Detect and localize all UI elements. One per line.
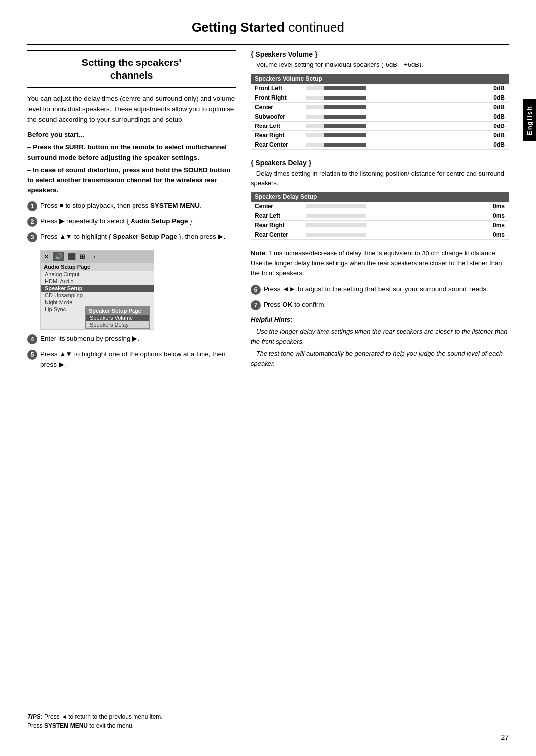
- corner-mark-br: [517, 737, 526, 746]
- menu-item-hdmi: HDMI Audio: [41, 278, 154, 285]
- tips-label: TIPS:: [27, 713, 43, 720]
- step-heading: Setting the speakers' channels: [27, 50, 236, 88]
- delay-row-rearright: Rear Right 0ms: [251, 220, 509, 230]
- step-3-number: 3: [27, 232, 37, 242]
- volume-label-subwoofer: Subwoofer: [251, 112, 300, 121]
- volume-row-rearcenter: Rear Center 0dB: [251, 140, 509, 149]
- menu-screenshot: ✕ 🔊 ⬛ ⊞ ▭ Audio Setup Page Analog Output…: [40, 250, 154, 330]
- step-4-text: Enter its submenu by pressing ▶.: [40, 334, 236, 344]
- step-6: 6 Press ◄► to adjust to the setting that…: [251, 284, 509, 295]
- page-number: 27: [501, 733, 509, 741]
- language-tab: English: [523, 99, 536, 141]
- speakers-volume-rows: Front Left 0dB Front Right 0dB Center: [251, 84, 509, 150]
- delay-val-rearcenter: 0ms: [372, 230, 509, 239]
- step-7-text: Press OK to confirm.: [264, 300, 509, 310]
- before-start-item-2: – In case of sound distortion, press and…: [27, 165, 236, 196]
- hint-item-1: – Use the longer delay time settings whe…: [251, 327, 509, 347]
- speakers-volume-section: Speakers Volume – Volume level setting f…: [251, 50, 509, 150]
- menu-icon-x: ✕: [44, 253, 49, 260]
- step-7-number: 7: [251, 300, 261, 310]
- note-text: Note: 1 ms increase/decrease of delay ti…: [251, 249, 509, 278]
- delay-row-center: Center 0ms: [251, 202, 509, 211]
- delay-bar-rearright: [300, 220, 372, 230]
- volume-bar-center: [300, 102, 372, 112]
- right-column: Speakers Volume – Volume level setting f…: [251, 50, 509, 375]
- volume-bar-rearcenter: [300, 140, 372, 149]
- delay-label-rearright: Rear Right: [251, 220, 300, 230]
- step-title: Setting the speakers' channels: [27, 56, 236, 82]
- volume-val-rearcenter: 0dB: [372, 140, 509, 149]
- content-area: Getting Started continued Setting the sp…: [27, 20, 509, 375]
- speakers-volume-title: Speakers Volume: [251, 50, 509, 58]
- delay-row-rearleft: Rear Left 0ms: [251, 211, 509, 220]
- step-1-text: Press ■ to stop playback, then press SYS…: [40, 201, 236, 211]
- volume-row-frontleft: Front Left 0dB: [251, 84, 509, 93]
- volume-val-frontleft: 0dB: [372, 84, 509, 93]
- page-header: Getting Started continued: [27, 20, 509, 35]
- tips-footer: TIPS: Press ◄ to return to the previous …: [27, 709, 509, 730]
- step-4-number: 4: [27, 334, 37, 344]
- menu-item-lip: Lip Sync Speaker Setup Page Speakers Vol…: [41, 306, 154, 329]
- delay-row-rearcenter: Rear Center 0ms: [251, 230, 509, 239]
- step-3: 3 Press ▲▼ to highlight { Speaker Setup …: [27, 232, 236, 242]
- step-7: 7 Press OK to confirm.: [251, 300, 509, 310]
- corner-mark-bl: [10, 737, 19, 746]
- submenu-item-volume: Speakers Volume: [86, 315, 149, 321]
- delay-val-rearleft: 0ms: [372, 211, 509, 220]
- volume-row-center: Center 0dB: [251, 102, 509, 112]
- volume-val-frontright: 0dB: [372, 93, 509, 102]
- speakers-delay-desc: – Delay times setting in relation to the…: [251, 169, 509, 188]
- volume-bar-frontleft: [300, 84, 372, 93]
- volume-label-center: Center: [251, 102, 300, 112]
- menu-label: Audio Setup Page: [41, 263, 154, 271]
- page-title: Getting Started continued: [27, 20, 509, 35]
- corner-mark-tl: [10, 10, 19, 19]
- speakers-delay-table: Speakers Delay Setup Center 0ms Rear Lef…: [251, 192, 509, 240]
- main-two-col: Setting the speakers' channels You can a…: [27, 50, 509, 375]
- volume-label-rearcenter: Rear Center: [251, 140, 300, 149]
- volume-label-frontleft: Front Left: [251, 84, 300, 93]
- volume-row-frontright: Front Right 0dB: [251, 93, 509, 102]
- step-1-number: 1: [27, 201, 37, 211]
- before-start-label: Before you start...: [27, 130, 236, 140]
- delay-bar-center: [300, 202, 372, 211]
- step-5-number: 5: [27, 350, 37, 360]
- delay-bar-rearleft: [300, 211, 372, 220]
- corner-mark-tr: [517, 10, 526, 19]
- before-start-item-1: – Press the SURR. button on the remote t…: [27, 142, 236, 163]
- volume-val-rearleft: 0dB: [372, 121, 509, 130]
- volume-label-rearleft: Rear Left: [251, 121, 300, 130]
- step-intro: You can adjust the delay times (centre a…: [27, 94, 236, 125]
- volume-val-subwoofer: 0dB: [372, 112, 509, 121]
- menu-item-speaker: Speaker Setup: [41, 285, 154, 292]
- speakers-delay-title: Speakers Delay: [251, 159, 509, 167]
- delay-table-header: Speakers Delay Setup: [251, 192, 509, 202]
- delay-label-rearleft: Rear Left: [251, 211, 300, 220]
- header-divider: [27, 44, 509, 45]
- hints-title: Helpful Hints:: [251, 315, 509, 325]
- step-5: 5 Press ▲▼ to highlight one of the optio…: [27, 349, 236, 370]
- volume-label-rearright: Rear Right: [251, 130, 300, 140]
- volume-bar-subwoofer: [300, 112, 372, 121]
- delay-val-rearright: 0ms: [372, 220, 509, 230]
- submenu-label: Speaker Setup Page: [86, 307, 149, 315]
- volume-bar-frontright: [300, 93, 372, 102]
- menu-item-cd: CD Upsampling: [41, 292, 154, 299]
- volume-val-rearright: 0dB: [372, 130, 509, 140]
- submenu-item-delay: Speakers Delay: [86, 321, 149, 328]
- menu-items-list: Analog Output HDMI Audio Speaker Setup C…: [41, 271, 154, 329]
- volume-val-center: 0dB: [372, 102, 509, 112]
- step-2-text: Press ▶ repeatedly to select { Audio Set…: [40, 216, 236, 227]
- step-3-text: Press ▲▼ to highlight { Speaker Setup Pa…: [40, 232, 236, 242]
- delay-bar-rearcenter: [300, 230, 372, 239]
- step-2-number: 2: [27, 217, 37, 227]
- volume-bar-rearright: [300, 130, 372, 140]
- speakers-delay-rows: Center 0ms Rear Left 0ms Rear Right: [251, 202, 509, 240]
- menu-icon-stop: ⬛: [68, 253, 76, 260]
- volume-row-rearright: Rear Right 0dB: [251, 130, 509, 140]
- menu-icon-sound: 🔊: [53, 252, 64, 261]
- menu-icon-grid: ⊞: [80, 253, 85, 260]
- delay-label-rearcenter: Rear Center: [251, 230, 300, 239]
- step-1: 1 Press ■ to stop playback, then press S…: [27, 201, 236, 211]
- delay-val-center: 0ms: [372, 202, 509, 211]
